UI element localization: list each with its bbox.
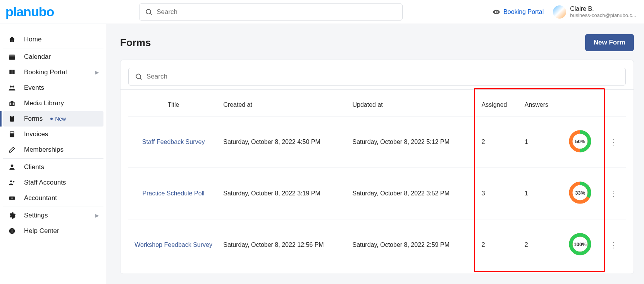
svg-point-19 [136,74,141,79]
row-actions-menu[interactable]: ⋮ [608,138,620,146]
brand-logo[interactable]: planubo [4,4,54,19]
forms-table-wrap: Title Created at Updated at Assigned Ans… [128,90,626,270]
clipboard-icon [8,115,16,123]
chevron-right-icon: ▶ [95,213,99,218]
money-icon [8,194,16,202]
avatar [553,5,566,19]
user-name: Claire B. [570,5,636,12]
new-badge: New [50,116,66,122]
form-title-link[interactable]: Staff Feedback Survey [142,139,205,145]
svg-line-20 [140,78,142,80]
col-created[interactable]: Created at [219,90,348,116]
user-email: business-coach@planubo.c... [570,12,636,19]
forms-card: Title Created at Updated at Assigned Ans… [120,60,634,274]
search-icon [145,8,153,16]
forms-search[interactable] [128,68,626,86]
staff-icon [8,179,16,186]
sidebar-item-forms[interactable]: Forms New [3,111,103,127]
svg-rect-7 [10,116,14,122]
table-row: Practice Schedule PollSaturday, October … [128,168,626,219]
sidebar-item-label: Home [24,36,41,43]
col-updated[interactable]: Updated at [348,90,477,116]
info-icon [8,227,16,235]
answers-count: 2 [520,219,559,271]
sidebar-item-memberships[interactable]: Memberships [3,142,103,157]
booking-portal-link[interactable]: Booking Portal [492,8,544,16]
svg-point-5 [10,86,12,87]
sidebar-item-label: Media Library [24,99,64,107]
booking-portal-label: Booking Portal [503,9,544,15]
svg-point-13 [13,181,14,182]
sidebar-item-events[interactable]: Events [3,80,103,96]
svg-line-1 [150,13,152,15]
svg-rect-8 [11,115,13,116]
svg-rect-17 [12,230,12,233]
row-actions-menu[interactable]: ⋮ [608,241,620,249]
sidebar-item-label: Staff Accounts [24,179,66,186]
assigned-count: 2 [477,116,520,168]
edit-icon [8,146,16,154]
calendar-icon [8,53,16,61]
sidebar: Home Calendar Booking Portal ▶ Events Me… [0,24,107,284]
form-title-link[interactable]: Practice Schedule Poll [143,190,205,197]
forms-search-input[interactable] [146,73,619,80]
global-search-input[interactable] [157,8,397,16]
user-menu[interactable]: Claire B. business-coach@planubo.c... [553,5,636,19]
completion-donut-cell: 50% [559,116,602,168]
svg-point-6 [12,86,14,87]
completion-donut: 100% [568,233,592,256]
person-icon [8,163,16,171]
created-at: Saturday, October 8, 2022 3:19 PM [219,168,348,219]
table-row: Staff Feedback SurveySaturday, October 8… [128,116,626,168]
eye-icon [492,8,500,16]
completion-donut: 50% [568,130,592,153]
svg-point-15 [11,197,12,198]
sidebar-item-home[interactable]: Home [3,32,103,47]
sidebar-item-label: Booking Portal [24,68,67,76]
sidebar-item-accountant[interactable]: Accountant [3,190,103,206]
col-answers[interactable]: Answers [520,90,559,116]
form-title-link[interactable]: Workshop Feedback Survey [134,241,212,248]
sidebar-item-clients[interactable]: Clients [3,159,103,175]
svg-point-18 [12,229,12,230]
created-at: Saturday, October 8, 2022 12:56 PM [219,219,348,271]
sidebar-item-invoices[interactable]: Invoices [3,127,103,142]
col-assigned[interactable]: Assigned [477,90,520,116]
sidebar-item-help-center[interactable]: Help Center [3,223,103,239]
updated-at: Saturday, October 8, 2022 2:59 PM [348,219,477,271]
library-icon [8,99,16,107]
completion-percent: 100% [568,233,592,256]
sidebar-item-booking-portal[interactable]: Booking Portal ▶ [3,65,103,80]
answers-count: 1 [520,168,559,219]
row-actions-menu[interactable]: ⋮ [608,189,620,198]
search-icon [135,73,143,80]
sidebar-item-label: Memberships [24,146,64,154]
sidebar-item-media-library[interactable]: Media Library [3,96,103,111]
assigned-count: 3 [477,168,520,219]
sidebar-item-label: Clients [24,163,44,171]
completion-percent: 33% [568,181,592,204]
new-form-button[interactable]: New Form [585,34,634,51]
svg-point-11 [11,164,14,167]
completion-donut-cell: 100% [559,219,602,271]
gear-icon [8,212,16,219]
page-title: Forms [120,37,151,49]
updated-at: Saturday, October 8, 2022 5:12 PM [348,116,477,168]
sidebar-item-label: Accountant [24,194,57,202]
sidebar-item-staff-accounts[interactable]: Staff Accounts [3,175,103,190]
sidebar-item-settings[interactable]: Settings ▶ [3,208,103,223]
completion-donut: 33% [568,181,592,204]
sidebar-item-label: Forms [24,115,43,123]
home-icon [8,36,16,43]
created-at: Saturday, October 8, 2022 4:50 PM [219,116,348,168]
sidebar-item-label: Invoices [24,130,48,138]
answers-count: 1 [520,116,559,168]
completion-donut-cell: 33% [559,168,602,219]
col-title[interactable]: Title [128,90,219,116]
global-search[interactable] [139,3,403,21]
sidebar-item-label: Help Center [24,227,59,235]
sidebar-item-calendar[interactable]: Calendar [3,49,103,65]
sidebar-item-label: Calendar [24,53,51,61]
topbar: planubo Booking Portal Claire B. busines… [0,0,644,24]
users-icon [8,84,16,92]
